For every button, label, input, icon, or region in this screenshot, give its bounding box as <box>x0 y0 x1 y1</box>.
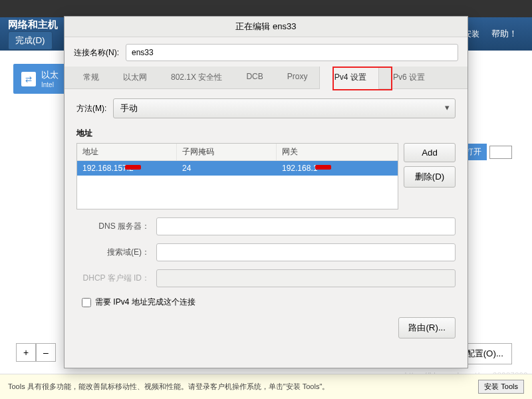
dns-label: DNS 服务器： <box>76 221 150 232</box>
tab-proxy[interactable]: Proxy <box>275 66 320 88</box>
tab-dcb[interactable]: DCB <box>234 66 275 88</box>
tab-8021x[interactable]: 802.1X 安全性 <box>159 66 234 88</box>
tab-general[interactable]: 常规 <box>71 66 111 88</box>
col-address: 地址 <box>77 144 177 160</box>
delete-address-button[interactable]: 删除(D) <box>404 166 456 188</box>
page-title: 网络和主机 <box>8 19 58 31</box>
redaction-mark <box>315 165 331 170</box>
dhcp-client-id-label: DHCP 客户端 ID： <box>76 273 150 284</box>
edit-connection-dialog: 正在编辑 ens33 连接名称(N): 常规 以太网 802.1X 安全性 DC… <box>64 16 468 368</box>
eth-subtitle: Intel <box>41 81 59 88</box>
tab-ipv6[interactable]: IPv6 设置 <box>379 66 437 88</box>
search-domain-input[interactable] <box>156 243 456 261</box>
cell-gateway: 192.168.1 <box>277 161 398 176</box>
help-button[interactable]: 帮助！ <box>485 25 524 43</box>
address-table[interactable]: 地址 子网掩码 网关 192.168.157.2 24 192.168.1 <box>76 143 398 209</box>
eth-title: 以太 <box>41 69 59 81</box>
remove-device-button[interactable]: – <box>36 343 56 362</box>
col-netmask: 子网掩码 <box>177 144 277 160</box>
install-tools-button[interactable]: 安装 Tools <box>478 380 524 394</box>
routes-button[interactable]: 路由(R)... <box>398 317 456 338</box>
add-address-button[interactable]: Add <box>404 143 456 162</box>
address-section-label: 地址 <box>76 128 456 139</box>
method-select[interactable]: 手动 <box>113 98 456 118</box>
method-label: 方法(M): <box>76 103 106 114</box>
tab-ipv4[interactable]: IPv4 设置 <box>319 66 378 89</box>
col-gateway: 网关 <box>277 144 398 160</box>
require-ipv4-label: 需要 IPv4 地址完成这个连接 <box>95 297 196 308</box>
require-ipv4-checkbox[interactable] <box>82 298 91 307</box>
footer-tip: Tools 具有很多功能，能改善鼠标移动性、视频和性能。请登录客户机操作系统，单… <box>8 382 329 392</box>
done-button[interactable]: 完成(D) <box>8 31 53 50</box>
connection-toggle[interactable] <box>489 146 512 159</box>
tab-bar: 常规 以太网 802.1X 安全性 DCB Proxy IPv4 设置 IPv6… <box>65 66 467 89</box>
connection-name-input[interactable] <box>126 44 458 61</box>
add-device-button[interactable]: + <box>16 343 36 362</box>
cell-netmask: 24 <box>177 161 277 176</box>
cell-address: 192.168.157.2 <box>77 161 177 176</box>
tab-ethernet[interactable]: 以太网 <box>111 66 159 88</box>
search-domain-label: 搜索域(E)： <box>76 247 150 258</box>
connection-name-label: 连接名称(N): <box>74 47 119 59</box>
dhcp-client-id-input <box>156 269 456 287</box>
redaction-mark <box>125 165 141 170</box>
dialog-title: 正在编辑 ens33 <box>65 17 467 37</box>
ethernet-icon: ⇄ <box>21 72 36 86</box>
dns-input[interactable] <box>156 217 456 235</box>
address-row-selected[interactable]: 192.168.157.2 24 192.168.1 <box>77 161 398 176</box>
